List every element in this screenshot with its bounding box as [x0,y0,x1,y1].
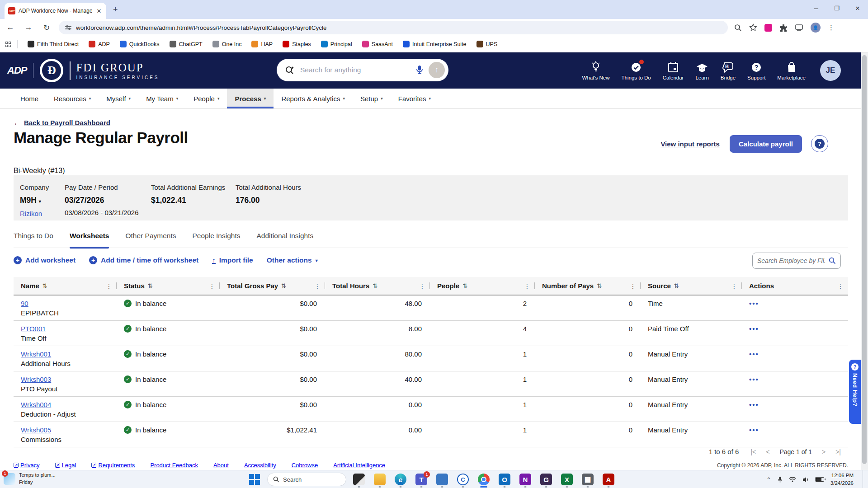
nav-item-home[interactable]: Home [13,89,46,108]
sort-icon[interactable]: ⇅ [281,282,286,289]
taskbar-app-edge[interactable]: e [392,471,409,488]
adp-logo[interactable]: ADP [7,65,27,76]
footer-link-privacy[interactable]: ↗Privacy [14,462,40,469]
bookmark-item[interactable]: QuickBooks [116,39,163,49]
sort-icon[interactable]: ⇅ [42,282,47,289]
row-actions-menu[interactable]: ••• [749,300,759,307]
start-button[interactable] [246,471,263,488]
other-actions-dropdown[interactable]: Other actions ▾ [267,256,318,264]
taskbar-app-task-view[interactable] [351,471,367,488]
bookmark-item[interactable]: Principal [317,39,356,49]
search-icon[interactable] [829,257,836,264]
taskbar-app-onenote[interactable]: N [517,471,533,488]
row-actions-menu[interactable]: ••• [749,401,759,408]
worksheet-name-link[interactable]: Wrksh004 [21,401,51,408]
footer-link-artificial-intelligence[interactable]: Artificial Intelligence [333,462,385,469]
global-search[interactable]: ↑ [277,59,448,81]
weather-widget[interactable]: 1 Temps to plum... Friday [4,472,56,486]
header-item-things-to-do[interactable]: Things to Do [622,61,651,80]
device-sync-icon[interactable] [795,24,803,31]
taskbar-app-chrome[interactable] [476,471,492,488]
scrollbar-thumb[interactable] [862,55,867,464]
back-button[interactable]: ← [5,23,16,32]
column-header-status[interactable]: Status⇅⋮ [117,277,220,295]
column-menu-icon[interactable]: ⋮ [419,282,430,290]
new-tab-button[interactable]: + [113,5,118,14]
employee-search[interactable] [752,253,841,269]
nav-item-resources[interactable]: Resources▾ [46,89,99,108]
nav-item-setup[interactable]: Setup▾ [353,89,391,108]
import-file-button[interactable]: ↑ Import file [212,256,253,264]
column-menu-icon[interactable]: ⋮ [630,282,641,290]
show-desktop-button[interactable] [863,470,864,488]
row-actions-menu[interactable]: ••• [749,325,759,333]
taskbar-app-acrobat[interactable]: A [600,471,617,488]
taskbar-clock[interactable]: 12:06 PM 3/24/2026 [830,472,854,487]
battery-icon[interactable] [815,477,824,482]
bookmark-item[interactable]: Fifth Third Direct [24,39,82,49]
search-submit-icon[interactable]: ↑ [429,62,445,78]
tab-worksheets[interactable]: Worksheets [70,232,109,248]
column-header-source[interactable]: Source⇅⋮ [641,277,742,295]
column-header-total-gross-pay[interactable]: Total Gross Pay⇅⋮ [220,277,325,295]
bookmark-item[interactable]: SaasAnt [359,39,396,49]
bookmark-item[interactable]: UPS [473,39,501,49]
column-header-people[interactable]: People⇅⋮ [430,277,535,295]
taskbar-app-device-app[interactable] [434,471,450,488]
worksheet-name-link[interactable]: Wrksh003 [21,375,51,383]
tab-people-insights[interactable]: People Insights [192,232,240,248]
refresh-button[interactable]: ↻ [41,23,52,33]
header-item-support[interactable]: ?Support [747,61,765,80]
tab-close-icon[interactable]: ✕ [95,8,103,14]
back-to-dashboard-link[interactable]: Back to Payroll Dashboard [24,119,110,127]
add-time-worksheet-button[interactable]: + Add time / time off worksheet [89,256,198,264]
page-help-button[interactable]: ? [811,135,828,152]
footer-link-accessibility[interactable]: Accessibility [244,462,276,469]
bookmark-item[interactable]: One Inc [209,39,245,49]
footer-link-cobrowse[interactable]: Cobrowse [292,462,318,469]
wifi-icon[interactable] [789,477,796,482]
bookmark-item[interactable]: ChatGPT [166,39,206,49]
column-header-number-of-pays[interactable]: Number of Pays⇅⋮ [535,277,641,295]
nav-item-favorites[interactable]: Favorites▾ [391,89,439,108]
column-menu-icon[interactable]: ⋮ [731,282,742,290]
sort-icon[interactable]: ⇅ [373,282,377,289]
extensions-puzzle-icon[interactable] [779,23,788,32]
url-bar[interactable]: workforcenow.adp.com/theme/admin.html#/P… [59,21,728,34]
column-header-total-hours[interactable]: Total Hours⇅⋮ [325,277,430,295]
calculate-payroll-button[interactable]: Calculate payroll [730,135,802,153]
footer-link-legal[interactable]: ↗Legal [55,462,76,469]
sort-icon[interactable]: ⇅ [674,282,679,289]
global-search-input[interactable] [300,66,410,74]
microphone-icon[interactable] [416,65,423,75]
zoom-icon[interactable] [734,24,742,32]
taskbar-app-g-app[interactable]: G [538,471,554,488]
nav-item-reports-analytics[interactable]: Reports & Analytics▾ [274,89,353,108]
column-menu-icon[interactable]: ⋮ [209,282,220,290]
next-page-icon[interactable]: > [822,448,826,455]
header-item-learn[interactable]: Learn [695,61,708,80]
worksheet-name-link[interactable]: 90 [21,300,28,307]
pink-extension-icon[interactable] [764,24,772,32]
taskbar-app-excel[interactable]: X [559,471,575,488]
window-minimize-button[interactable]: ─ [806,0,826,16]
user-avatar[interactable]: JE [820,60,841,81]
header-item-calendar[interactable]: Calendar [663,61,684,80]
site-info-icon[interactable] [65,26,71,29]
tray-chevron-icon[interactable]: ⌃ [766,476,771,483]
need-help-tab[interactable]: ? Need Help? [849,360,861,424]
first-page-icon[interactable]: |< [750,448,756,455]
bookmark-star-icon[interactable] [749,23,757,32]
taskbar-app-calculator[interactable]: ▦ [580,471,596,488]
footer-link-requirements[interactable]: ↗Requirements [91,462,135,469]
window-close-button[interactable]: ✕ [847,0,868,16]
company-sub-link[interactable]: Rizikon [20,210,65,217]
add-worksheet-button[interactable]: + Add worksheet [14,256,75,264]
browser-tab[interactable]: ADP ADP Workforce Now - Manage ✕ [5,3,106,19]
header-item-marketplace[interactable]: Marketplace [777,61,806,80]
tab-other-payments[interactable]: Other Payments [125,232,176,248]
row-actions-menu[interactable]: ••• [749,350,759,358]
taskbar-search[interactable]: Search [267,473,346,486]
footer-link-product-feedback[interactable]: Product Feedback [150,462,198,469]
nav-item-process[interactable]: Process▾ [227,89,274,108]
